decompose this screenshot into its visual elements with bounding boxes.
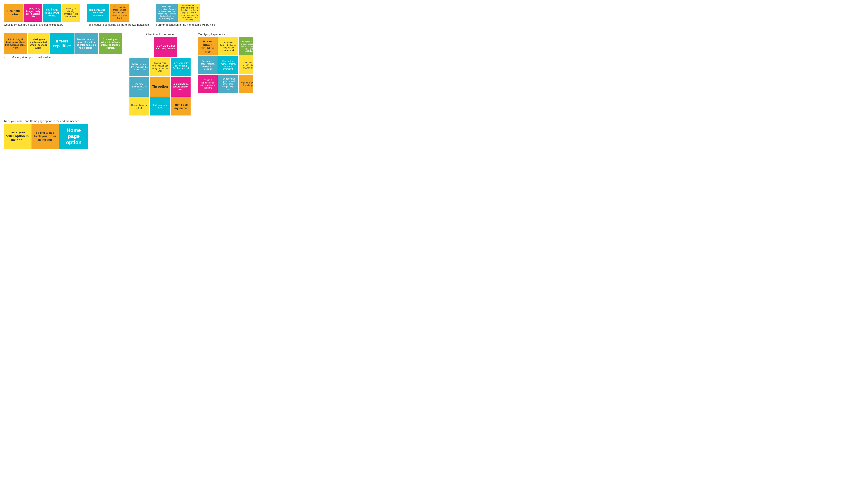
sticky-sequence: Sequence - base, veggies, cheese and top… bbox=[198, 56, 218, 74]
sticky-image-looks: The image looks good to me. bbox=[43, 4, 61, 22]
sticky-easy-visually: Its easy, its visually attractive. I lik… bbox=[62, 4, 80, 22]
sticky-home-page: Home page option bbox=[59, 124, 88, 149]
group-headlines: It is confusing - with two headlines Dis… bbox=[87, 4, 149, 27]
sticky-ingredients-left: I'd like if ingredients on left correlat… bbox=[198, 75, 218, 93]
sticky-finish-order: Finish your order - is confusing. Felt l… bbox=[171, 58, 191, 76]
sticky-little-more: Little more description of what it is in… bbox=[156, 4, 178, 22]
sticky-feels-repetitive: It feels repetitive bbox=[50, 33, 74, 55]
checkout-row-2: I'd like to know the timings in the prev… bbox=[129, 58, 191, 76]
sticky-row-track: Track your order option in the end. I'd … bbox=[4, 124, 88, 149]
sticky-promo: I will look for a promo bbox=[150, 97, 170, 116]
modifying-row-3: I'd like if ingredients on left correlat… bbox=[198, 75, 253, 93]
sticky-no-name: I don't see my name bbox=[171, 97, 191, 116]
sticky-allergens: With other details like allergens bbox=[239, 75, 253, 93]
sticky-add-to-bag: Add to bag - I don't know where this add… bbox=[4, 33, 27, 55]
sticky-beautiful-photos: Beautiful photos bbox=[4, 4, 24, 22]
group-photos: Beautiful photos Layout, fonts, images I… bbox=[4, 4, 80, 27]
sticky-id-like-track: I'd like to see track your order in the … bbox=[31, 124, 59, 149]
right-panel: Checkout Experience I don't want to feel… bbox=[129, 33, 253, 116]
label-description: Further description of the menu items wi… bbox=[156, 23, 215, 26]
sticky-discover-crepe: Discover the crepe - curios what it is, … bbox=[110, 4, 129, 22]
sticky-store-location: I wish it said store location title - ma… bbox=[150, 58, 170, 76]
label-photos: Website Photos are beautiful and self ex… bbox=[4, 23, 80, 26]
sticky-horizontal-layout: Instead of horizontal layout, may be jus… bbox=[218, 37, 238, 56]
sticky-click-photo: Sometimes what I often do is, click on t… bbox=[179, 4, 200, 22]
sticky-layout: Layout, fonts, images I really like. It … bbox=[24, 4, 42, 22]
label-track-order: Track your order, and Home page option i… bbox=[4, 120, 88, 123]
sticky-row-2: It is confusing - with two headlines Dis… bbox=[87, 4, 149, 22]
sticky-timings: I'd like to know the timings in the prev… bbox=[129, 58, 149, 76]
sticky-row-1: Beautiful photos Layout, fonts, images I… bbox=[4, 4, 80, 22]
sticky-confusing-headlines: It is confusing - with two headlines bbox=[87, 4, 109, 22]
checkout-row-1: I don't want to feel it is a long proces… bbox=[129, 37, 191, 57]
sticky-more-onions: How do I say more of onions, or some ing… bbox=[218, 56, 238, 74]
modifying-title: Modifying Experience bbox=[198, 33, 253, 36]
modifying-row-2: Sequence - base, veggies, cheese and top… bbox=[198, 56, 253, 74]
group-track-order: Track your order, and Home page option i… bbox=[4, 118, 88, 149]
sticky-reset-button: A reset button would be nice bbox=[198, 37, 218, 56]
group-location: Add to bag - I don't know where this add… bbox=[4, 33, 122, 60]
sticky-add-note: I don't see an option to add note - abou… bbox=[218, 75, 238, 93]
sticky-see-price: See price in the modify section as well,… bbox=[239, 37, 253, 56]
sticky-confusing-location: Confusing on where it took me after, I a… bbox=[99, 33, 122, 55]
group-description: Little more description of what it is in… bbox=[156, 4, 215, 27]
checkout-title: Checkout Experience bbox=[129, 33, 191, 36]
modifying-row-1: A reset button would be nice Instead of … bbox=[198, 37, 253, 56]
modifying-group: Modifying Experience A reset button woul… bbox=[198, 33, 253, 116]
sticky-row-location: Add to bag - I don't know where this add… bbox=[4, 33, 122, 55]
checkout-row-4: Discount coupon pop up. I will look for … bbox=[129, 97, 191, 116]
sticky-row-3: Little more description of what it is in… bbox=[156, 4, 215, 22]
checkout-row-3: See dollar amount next to crepe Tip opti… bbox=[129, 77, 191, 97]
sticky-dollar-amount: See dollar amount next to crepe bbox=[129, 77, 149, 97]
sticky-double-minded: Making me double minded, when I see food… bbox=[28, 33, 50, 55]
sticky-track-order: Track your order option in the end. bbox=[4, 124, 31, 149]
sticky-modification-shows: I wonder if modification shows on left bbox=[239, 56, 253, 74]
label-headlines: Top Header is confusing as there are two… bbox=[87, 23, 149, 26]
sticky-discount: Discount coupon pop up. bbox=[129, 97, 149, 116]
sticky-tip-option: Tip option bbox=[150, 77, 170, 97]
sticky-long-process: I don't want to feel it is a long proces… bbox=[154, 37, 177, 57]
sticky-people-not-sure: People were not sure, of what to do afte… bbox=[74, 33, 98, 55]
sticky-no-back: No option to go back to edit the items bbox=[171, 77, 191, 97]
label-location: It is confusing, after I put in the loca… bbox=[4, 56, 122, 59]
checkout-group: Checkout Experience I don't want to feel… bbox=[129, 33, 191, 116]
